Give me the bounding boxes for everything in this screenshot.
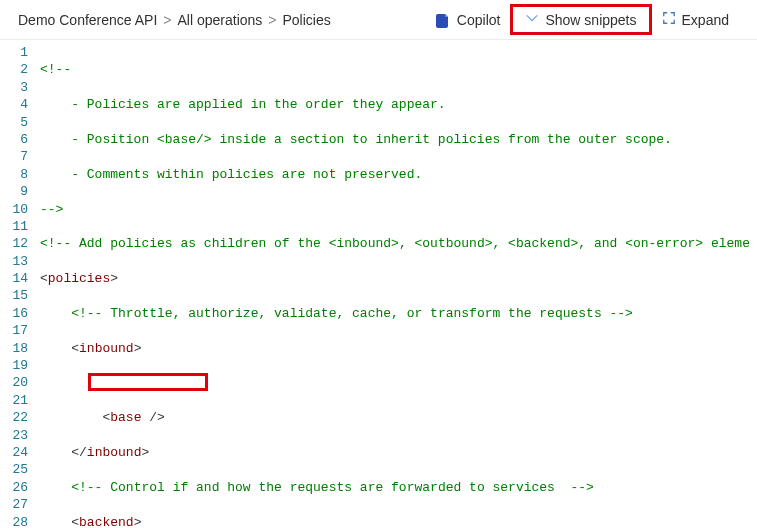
code-line[interactable]: --> <box>40 201 757 218</box>
breadcrumb-item-policies[interactable]: Policies <box>283 12 331 28</box>
line-number: 28 <box>0 514 28 528</box>
line-number: 8 <box>0 166 28 183</box>
line-number: 3 <box>0 79 28 96</box>
line-number: 11 <box>0 218 28 235</box>
code-content[interactable]: <!-- - Policies are applied in the order… <box>40 44 757 528</box>
editor-header: Demo Conference API > All operations > P… <box>0 0 757 40</box>
code-line[interactable]: </inbound> <box>40 444 757 461</box>
code-line[interactable] <box>40 375 757 392</box>
code-line[interactable]: - Position <base/> inside a section to i… <box>40 131 757 148</box>
line-number: 25 <box>0 461 28 478</box>
line-number: 22 <box>0 409 28 426</box>
line-number: 19 <box>0 357 28 374</box>
breadcrumb-sep: > <box>268 12 276 28</box>
show-snippets-highlight: Show snippets <box>510 4 651 35</box>
line-number: 9 <box>0 183 28 200</box>
line-number: 2 <box>0 61 28 78</box>
code-line[interactable]: <!-- Add policies as children of the <in… <box>40 235 757 252</box>
line-number: 26 <box>0 479 28 496</box>
line-number: 20 <box>0 374 28 391</box>
copilot-button[interactable]: Copilot <box>425 8 511 32</box>
expand-label: Expand <box>682 12 729 28</box>
header-actions: Copilot Show snippets Expand <box>425 4 739 35</box>
breadcrumb-item-operations[interactable]: All operations <box>177 12 262 28</box>
line-number: 18 <box>0 340 28 357</box>
line-number: 4 <box>0 96 28 113</box>
line-number: 12 <box>0 235 28 252</box>
code-line[interactable]: <backend> <box>40 514 757 528</box>
show-snippets-label: Show snippets <box>545 12 636 28</box>
line-number: 23 <box>0 427 28 444</box>
code-line[interactable]: - Policies are applied in the order they… <box>40 96 757 113</box>
code-line[interactable]: <inbound> <box>40 340 757 357</box>
code-editor[interactable]: 1 2 3 4 5 6 7 8 9 10 11 12 13 14 15 16 1… <box>0 40 757 528</box>
line-number: 14 <box>0 270 28 287</box>
line-number: 10 <box>0 201 28 218</box>
line-number: 27 <box>0 496 28 513</box>
line-number: 5 <box>0 114 28 131</box>
code-line[interactable]: <!-- Control if and how the requests are… <box>40 479 757 496</box>
line-number: 21 <box>0 392 28 409</box>
code-line[interactable]: <policies> <box>40 270 757 287</box>
line-number: 13 <box>0 253 28 270</box>
line-number: 24 <box>0 444 28 461</box>
line-number: 17 <box>0 322 28 339</box>
code-line[interactable]: <!-- Throttle, authorize, validate, cach… <box>40 305 757 322</box>
code-line[interactable]: <!-- <box>40 61 757 78</box>
copilot-label: Copilot <box>457 12 501 28</box>
code-line[interactable]: - Comments within policies are not prese… <box>40 166 757 183</box>
show-snippets-button[interactable]: Show snippets <box>519 9 642 30</box>
breadcrumb: Demo Conference API > All operations > P… <box>18 12 331 28</box>
highlight-box-icon <box>88 373 208 391</box>
copilot-icon <box>435 12 451 28</box>
line-number-gutter: 1 2 3 4 5 6 7 8 9 10 11 12 13 14 15 16 1… <box>0 44 40 528</box>
breadcrumb-item-api[interactable]: Demo Conference API <box>18 12 157 28</box>
line-number: 7 <box>0 148 28 165</box>
expand-button[interactable]: Expand <box>652 7 739 32</box>
line-number: 1 <box>0 44 28 61</box>
expand-icon <box>662 11 676 28</box>
chevron-down-icon <box>525 11 539 28</box>
line-number: 15 <box>0 287 28 304</box>
line-number: 16 <box>0 305 28 322</box>
line-number: 6 <box>0 131 28 148</box>
breadcrumb-sep: > <box>163 12 171 28</box>
code-line[interactable]: <base /> <box>40 409 757 426</box>
